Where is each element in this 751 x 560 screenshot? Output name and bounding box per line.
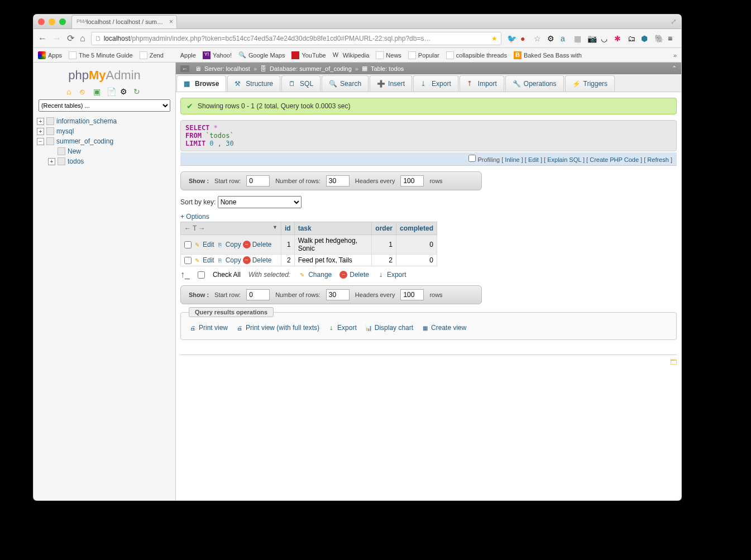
- bookmark-gmaps[interactable]: 🔍Google Maps: [238, 51, 285, 59]
- db-node-information-schema[interactable]: +information_schema: [36, 116, 173, 126]
- refresh-link[interactable]: Refresh: [647, 156, 669, 163]
- url-bar[interactable]: 🗋 localhost /phpmyadmin/index.php?token=…: [91, 32, 501, 45]
- sort-key-select[interactable]: None: [218, 196, 302, 208]
- breadcrumb-database[interactable]: Database: summer_of_coding: [270, 65, 352, 72]
- window-icon[interactable]: 🗔: [670, 358, 677, 366]
- headers-every-input[interactable]: [400, 289, 424, 300]
- edit-link[interactable]: Edit: [203, 256, 214, 264]
- profiling-checkbox[interactable]: [468, 155, 476, 162]
- expand-icon[interactable]: +: [48, 158, 55, 165]
- ext-icon[interactable]: ●: [520, 34, 529, 43]
- print-view-full-link[interactable]: 🖨Print view (with full texts): [236, 324, 319, 332]
- edit-link[interactable]: Edit: [528, 156, 539, 163]
- col-header-completed[interactable]: completed: [396, 222, 437, 235]
- tab-triggers[interactable]: ⚡Triggers: [565, 75, 615, 92]
- tab-search[interactable]: 🔍Search: [322, 75, 369, 92]
- bulk-delete-link[interactable]: −Delete: [339, 271, 369, 279]
- tab-sql[interactable]: 🗒SQL: [281, 75, 321, 92]
- panel-toggle-icon[interactable]: ⌃: [672, 65, 677, 72]
- browser-tab[interactable]: PMA localhost / localhost / sum… ×: [71, 15, 177, 28]
- bulk-change-link[interactable]: ✎Change: [298, 271, 332, 279]
- bulk-export-link[interactable]: ⤓Export: [377, 271, 406, 279]
- start-row-input[interactable]: [246, 289, 270, 300]
- col-header-order[interactable]: order: [372, 222, 396, 235]
- settings-icon[interactable]: ⚙: [120, 87, 129, 96]
- back-button[interactable]: ←: [38, 33, 47, 44]
- twitter-icon[interactable]: 🐦: [507, 34, 516, 43]
- bookmark-item[interactable]: collapsible threads: [446, 51, 507, 59]
- minimize-window-icon[interactable]: [49, 18, 55, 25]
- breadcrumb-table[interactable]: Table: todos: [371, 65, 404, 72]
- num-rows-input[interactable]: [326, 289, 350, 300]
- tab-close-icon[interactable]: ×: [169, 18, 173, 26]
- headers-every-input[interactable]: [400, 175, 424, 186]
- bookmark-yahoo[interactable]: Y!Yahoo!: [203, 51, 232, 59]
- start-row-input[interactable]: [246, 175, 270, 186]
- new-table-link[interactable]: New: [47, 146, 173, 156]
- expand-icon[interactable]: +: [37, 128, 44, 135]
- inline-link[interactable]: Inline: [505, 156, 519, 163]
- ext-icon[interactable]: ☆: [534, 34, 543, 43]
- db-node-summer-of-coding[interactable]: −summer_of_coding: [36, 136, 173, 146]
- reload-icon[interactable]: ↻: [133, 87, 142, 96]
- bookmark-apple[interactable]: Apple: [170, 51, 196, 59]
- forward-button[interactable]: →: [52, 33, 61, 44]
- bookmark-apps[interactable]: Apps: [38, 51, 62, 59]
- home-button[interactable]: ⌂: [80, 33, 85, 44]
- delete-link[interactable]: Delete: [252, 241, 272, 248]
- ext-icon[interactable]: 📷: [587, 34, 596, 43]
- display-chart-link[interactable]: 📊Display chart: [365, 324, 413, 332]
- docs-icon[interactable]: 📄: [107, 87, 116, 96]
- table-node-todos[interactable]: +todos: [47, 156, 173, 166]
- create-php-link[interactable]: Create PHP Code: [590, 156, 639, 163]
- expand-icon[interactable]: +: [37, 118, 44, 125]
- bookmark-item[interactable]: The 5 Minute Guide: [69, 51, 133, 59]
- options-toggle[interactable]: + Options: [180, 213, 677, 221]
- tab-insert[interactable]: ➕Insert: [370, 75, 412, 92]
- evernote-icon[interactable]: 🐘: [654, 34, 663, 43]
- zoom-window-icon[interactable]: [59, 18, 66, 25]
- col-header-task[interactable]: task: [294, 222, 372, 235]
- home-icon[interactable]: ⌂: [66, 87, 75, 96]
- bookmark-item[interactable]: Zend: [140, 51, 164, 59]
- ext-icon[interactable]: ⬢: [641, 34, 650, 43]
- pocket-icon[interactable]: ◡: [601, 34, 610, 43]
- collapse-icon[interactable]: −: [37, 138, 44, 145]
- bookmark-news[interactable]: News: [376, 51, 401, 59]
- col-header-id[interactable]: id: [281, 222, 295, 235]
- bookmarks-overflow-icon[interactable]: »: [673, 52, 677, 59]
- breadcrumb-server[interactable]: Server: localhost: [204, 65, 250, 72]
- edit-link[interactable]: Edit: [203, 241, 214, 248]
- print-view-link[interactable]: 🖨Print view: [189, 324, 228, 332]
- ext-icon[interactable]: ▦: [574, 34, 583, 43]
- sort-caret-icon[interactable]: ▼: [272, 224, 278, 230]
- bookmark-youtube[interactable]: YouTube: [291, 51, 326, 59]
- tab-structure[interactable]: ⚒Structure: [227, 75, 280, 92]
- copy-link[interactable]: Copy: [226, 256, 241, 264]
- tab-browse[interactable]: ▦Browse: [176, 75, 226, 92]
- bookmark-popular[interactable]: Popular: [408, 51, 439, 59]
- recent-tables-select[interactable]: (Recent tables) ...: [39, 99, 170, 112]
- tab-import[interactable]: ⤒Import: [460, 75, 504, 92]
- reload-button[interactable]: ⟳: [67, 33, 74, 44]
- row-checkbox[interactable]: [184, 257, 192, 264]
- export-link[interactable]: ⤓Export: [327, 324, 357, 332]
- ext-icon[interactable]: a: [561, 34, 570, 43]
- menu-icon[interactable]: ≡: [668, 34, 677, 43]
- db-node-mysql[interactable]: +mysql: [36, 126, 173, 136]
- expand-icon[interactable]: ⤢: [671, 17, 677, 26]
- close-window-icon[interactable]: [38, 18, 45, 25]
- num-rows-input[interactable]: [326, 175, 350, 186]
- copy-link[interactable]: Copy: [226, 241, 241, 248]
- row-checkbox[interactable]: [184, 241, 192, 248]
- sql-icon[interactable]: ▣: [93, 87, 102, 96]
- ext-icon[interactable]: 🗂: [628, 34, 637, 43]
- tab-export[interactable]: ⤓Export: [413, 75, 458, 92]
- bookmark-item[interactable]: BBaked Sea Bass with: [514, 51, 582, 59]
- explain-link[interactable]: Explain SQL: [547, 156, 581, 163]
- collapse-sidebar-icon[interactable]: ←: [180, 65, 189, 72]
- bookmark-wikipedia[interactable]: WWikipedia: [333, 51, 370, 59]
- logout-icon[interactable]: ⎋: [80, 87, 89, 96]
- delete-link[interactable]: Delete: [252, 256, 272, 264]
- ext-icon[interactable]: ✱: [614, 34, 623, 43]
